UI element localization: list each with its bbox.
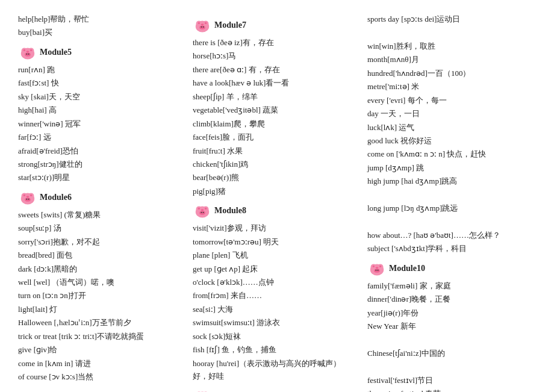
entry-hundred: hundred['hʌndrəd]一百（100） — [367, 67, 530, 79]
entry-sheep: sheep[ʃip] 羊，绵羊 — [193, 90, 355, 103]
entry-family: family['fæməli] 家，家庭 — [367, 279, 530, 292]
entry-visit: visit['vizit]参观，拜访 — [193, 222, 355, 234]
entry-blank1 — [367, 26, 530, 39]
svg-point-22 — [201, 26, 202, 28]
column-3: sports day [spɔːts dei]运动日 win[win]胜利，取胜… — [361, 12, 536, 392]
module9-icon — [193, 388, 212, 393]
entry-goodluck: good luck 祝你好运 — [367, 134, 530, 147]
entry-highjump: high jump [hai dʒʌmp]跳高 — [367, 175, 530, 187]
entry-chicken: chicken['tʃikin]鸡 — [193, 158, 355, 170]
entry-star: star[stɔː(r)]明星 — [18, 171, 181, 184]
entry-strong: strong[strɔŋ]健壮的 — [18, 158, 181, 170]
module6-label: Module6 — [40, 190, 72, 205]
entry-sea: sea[siː] 大海 — [193, 303, 355, 316]
entry-blank5 — [367, 361, 530, 373]
svg-point-25 — [205, 22, 207, 24]
entry-month: month[mʌnθ]月 — [367, 53, 530, 66]
entry-longjump: long jump [lɔŋ dʒʌmp]跳远 — [367, 202, 530, 214]
entry-from: from[frɔm] 来自…… — [193, 289, 355, 302]
svg-point-26 — [201, 23, 204, 25]
entry-comeon: come on ['kʌmɑː n ɔː n] 快点，赶快 — [367, 148, 530, 160]
module10-header: Module10 — [367, 260, 530, 277]
entry-havealook: have a look[hæv ə luk]看一看 — [193, 76, 355, 89]
entry-pig: pig[pig]猪 — [193, 185, 355, 198]
module7-icon — [193, 17, 212, 34]
entry-dark: dark [dɔːk]黑暗的 — [18, 263, 181, 275]
entry-day: day 一天，一日 — [367, 107, 530, 120]
svg-point-6 — [23, 49, 25, 51]
entry-luck: luck[lʌk] 运气 — [367, 121, 530, 134]
entry-newyear: New Year 新年 — [367, 320, 530, 332]
entry-give: give [ɡiv]给 — [18, 343, 181, 356]
svg-point-21 — [199, 25, 205, 29]
entry-oclock: o'clock [ə'klɔk]……点钟 — [193, 276, 355, 288]
module8-icon — [193, 202, 212, 219]
svg-point-33 — [198, 208, 200, 210]
module8-label: Module8 — [214, 204, 246, 218]
svg-point-48 — [374, 269, 380, 272]
svg-point-15 — [23, 194, 25, 196]
entry-comein: come in [kʌm in] 请进 — [18, 357, 181, 370]
svg-point-31 — [201, 212, 202, 213]
entry-thereare: there are[ðeə ɑː] 有，存在 — [193, 63, 355, 76]
entry-winner: winner['winə] 冠军 — [18, 117, 181, 130]
entry-hooray: hooray [hu'rei]（表示激动与高兴的呼喊声）好，好哇 — [193, 357, 355, 383]
entry-tomorrow: tomorrow[tə'mɔːrəu] 明天 — [193, 235, 355, 248]
entry-sorry: sorry['sɔri]抱歉，对不起 — [18, 235, 181, 248]
svg-point-53 — [376, 267, 379, 269]
entry-vegetable: vegetable['vedʒitəbl] 蔬菜 — [193, 104, 355, 116]
entry-festival: festival['festɪvl]节日 — [367, 374, 530, 387]
entry-turnon: turn on [tɔːn ɔn]打开 — [18, 289, 181, 302]
entry-blank2 — [367, 188, 530, 201]
entry-springfestival: the spring festival 春节 — [367, 387, 530, 392]
entry-light: light[lait] 灯 — [18, 303, 181, 316]
entry-climb: climb[klaim]爬，攀爬 — [193, 117, 355, 130]
entry-fruit: fruit[fruːt] 水果 — [193, 145, 355, 157]
entry-well: well [wel] （语气词）喏，噢 — [18, 276, 181, 288]
columns: help[help]帮助，帮忙 buy[bai]买 — [18, 12, 536, 392]
entry-thereis: there is [ðeə iz]有，存在 — [193, 36, 355, 49]
module7-header: Module7 — [193, 17, 355, 34]
entry-halloween: Halloween [ˌhælɔuˈiːn]万圣节前夕 — [18, 316, 181, 329]
module8-header: Module8 — [193, 202, 355, 219]
svg-point-32 — [203, 212, 204, 213]
column-1: help[help]帮助，帮忙 buy[bai]买 — [18, 12, 187, 392]
svg-point-51 — [373, 266, 375, 267]
entry-afraid: afraid[ə'freid]恐怕 — [18, 145, 181, 157]
entry-run: run[rʌn] 跑 — [18, 63, 181, 76]
entry-fish: fish [fɪʃ] 鱼，钓鱼，捕鱼 — [193, 343, 355, 356]
svg-point-7 — [30, 49, 32, 51]
entry-buy: buy[bai]买 — [18, 26, 181, 39]
module9-header: Module9 — [193, 388, 355, 393]
svg-point-52 — [379, 266, 381, 267]
module5-header: Module5 — [18, 44, 181, 61]
entry-fast: fast[fɔːst] 快 — [18, 76, 181, 89]
module10-icon — [367, 260, 387, 277]
entry-year: year[jiə(r)]年份 — [367, 306, 530, 319]
entry-trickortreat: trick or treat [trik ɔː triːt]不请吃就捣蛋 — [18, 330, 181, 343]
module6-header: Module6 — [18, 189, 181, 206]
svg-point-16 — [30, 194, 32, 196]
module7-label: Module7 — [214, 18, 246, 33]
entry-blank3 — [367, 216, 530, 228]
module9-label: Module9 — [214, 389, 246, 392]
svg-point-8 — [26, 51, 30, 52]
entry-far: far[fɔː] 远 — [18, 131, 181, 143]
module5-icon — [18, 44, 37, 61]
entry-bear: bear[beə(r)]熊 — [193, 171, 355, 184]
entry-help: help[help]帮助，帮忙 — [18, 13, 181, 25]
svg-point-3 — [25, 52, 31, 56]
entry-bread: bread[bred] 面包 — [18, 249, 181, 261]
entry-ofcourse: of course [ɔv kɔːs]当然 — [18, 370, 181, 383]
svg-point-5 — [28, 54, 30, 55]
svg-point-50 — [378, 270, 379, 271]
entry-every: every ['evri] 每个，每一 — [367, 94, 530, 107]
page-container: help[help]帮助，帮忙 buy[bai]买 — [18, 12, 536, 392]
module6-icon — [18, 189, 37, 206]
svg-point-34 — [205, 208, 207, 210]
svg-point-23 — [203, 26, 204, 28]
svg-point-30 — [199, 211, 205, 215]
module5-label: Module5 — [40, 45, 72, 60]
entry-plane: plane [plen] 飞机 — [193, 249, 355, 261]
entry-face: face[feis]脸，面孔 — [193, 131, 355, 143]
